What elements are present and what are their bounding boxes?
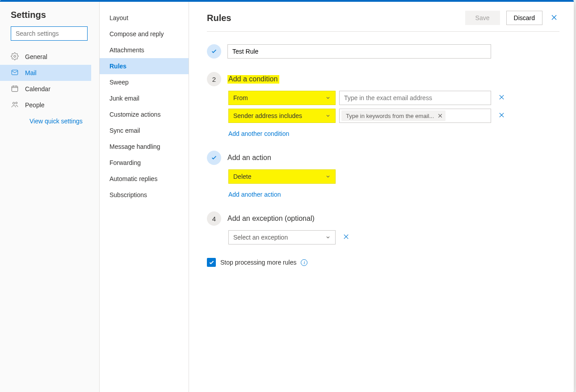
svg-point-3: [13, 102, 15, 104]
subnav-item-compose-and-reply[interactable]: Compose and reply: [100, 26, 189, 42]
rule-name-input[interactable]: [227, 44, 491, 59]
subnav-item-sweep[interactable]: Sweep: [100, 74, 189, 90]
svg-rect-1: [12, 70, 18, 75]
settings-subnav: LayoutCompose and replyAttachmentsRulesS…: [99, 2, 189, 392]
svg-point-4: [16, 102, 17, 104]
exception-dropdown[interactable]: Select an exception: [228, 230, 336, 244]
exception-step: 4 Add an exception (optional) Select an …: [207, 211, 559, 244]
rule-name-step: [207, 44, 559, 59]
svg-rect-2: [12, 86, 18, 91]
stop-processing-label: Stop processing more rules: [220, 259, 296, 266]
subnav-item-customize-actions[interactable]: Customize actions: [100, 106, 189, 122]
category-people[interactable]: People: [0, 97, 91, 113]
settings-content: Rules Save Discard 2 Add a condition: [189, 2, 574, 392]
remove-condition-icon[interactable]: [498, 112, 505, 120]
stop-processing-row: Stop processing more rules i: [207, 258, 559, 267]
subnav-item-message-handling[interactable]: Message handling: [100, 139, 189, 155]
add-action-link[interactable]: Add another action: [228, 191, 281, 198]
discard-button[interactable]: Discard: [506, 11, 542, 25]
svg-point-0: [14, 55, 16, 57]
quick-settings-link[interactable]: View quick settings: [29, 118, 91, 125]
category-label: People: [25, 101, 45, 109]
gear-icon: [11, 52, 19, 62]
category-label: General: [25, 53, 47, 60]
condition-type-dropdown[interactable]: From: [228, 91, 336, 105]
remove-exception-icon[interactable]: [343, 233, 349, 241]
condition-step: 2 Add a condition From Sender address in…: [207, 72, 559, 137]
chevron-down-icon: [325, 95, 331, 101]
settings-dialog: Settings General Mail Calendar People Vi…: [0, 0, 574, 392]
save-button[interactable]: Save: [465, 11, 500, 25]
action-step: Add an action Delete Add another action: [207, 151, 559, 198]
action-dropdown[interactable]: Delete: [228, 169, 336, 184]
calendar-icon: [11, 84, 19, 94]
subnav-item-attachments[interactable]: Attachments: [100, 42, 189, 58]
category-general[interactable]: General: [0, 49, 91, 65]
subnav-item-automatic-replies[interactable]: Automatic replies: [100, 171, 189, 187]
info-icon[interactable]: i: [301, 259, 307, 266]
chevron-down-icon: [325, 113, 331, 118]
keyword-tag: Type in keywords from the email...: [341, 110, 446, 121]
chevron-down-icon: [325, 235, 331, 240]
step-title: Add an exception (optional): [227, 215, 315, 223]
search-input[interactable]: [11, 26, 88, 41]
subnav-item-rules[interactable]: Rules: [100, 58, 189, 74]
subnav-item-subscriptions[interactable]: Subscriptions: [100, 187, 189, 203]
close-icon[interactable]: [549, 12, 559, 24]
remove-tag-icon[interactable]: [437, 113, 443, 118]
category-mail[interactable]: Mail: [0, 65, 91, 81]
settings-sidebar: Settings General Mail Calendar People Vi…: [0, 2, 99, 392]
subnav-item-sync-email[interactable]: Sync email: [100, 122, 189, 139]
subnav-item-layout[interactable]: Layout: [100, 10, 189, 26]
add-condition-link[interactable]: Add another condition: [228, 130, 289, 137]
category-label: Calendar: [25, 85, 50, 93]
subnav-item-forwarding[interactable]: Forwarding: [100, 155, 189, 171]
page-title: Rules: [207, 13, 231, 23]
category-label: Mail: [25, 69, 37, 76]
chevron-down-icon: [325, 174, 331, 179]
condition-type-dropdown[interactable]: Sender address includes: [228, 109, 336, 123]
step-number: 4: [207, 211, 221, 226]
condition-value-input[interactable]: [339, 91, 491, 105]
stop-processing-checkbox[interactable]: [207, 258, 216, 267]
step-title: Add a condition: [227, 75, 279, 83]
people-icon: [11, 101, 19, 110]
condition-tag-input[interactable]: Type in keywords from the email...: [339, 109, 491, 123]
step-title: Add an action: [227, 154, 271, 162]
subnav-item-junk-email[interactable]: Junk email: [100, 90, 189, 106]
category-calendar[interactable]: Calendar: [0, 81, 91, 97]
mail-icon: [11, 68, 19, 78]
settings-title: Settings: [11, 10, 91, 20]
remove-condition-icon[interactable]: [498, 94, 505, 102]
step-complete-icon: [207, 151, 221, 165]
step-number: 2: [207, 72, 221, 86]
step-complete-icon: [207, 44, 221, 59]
